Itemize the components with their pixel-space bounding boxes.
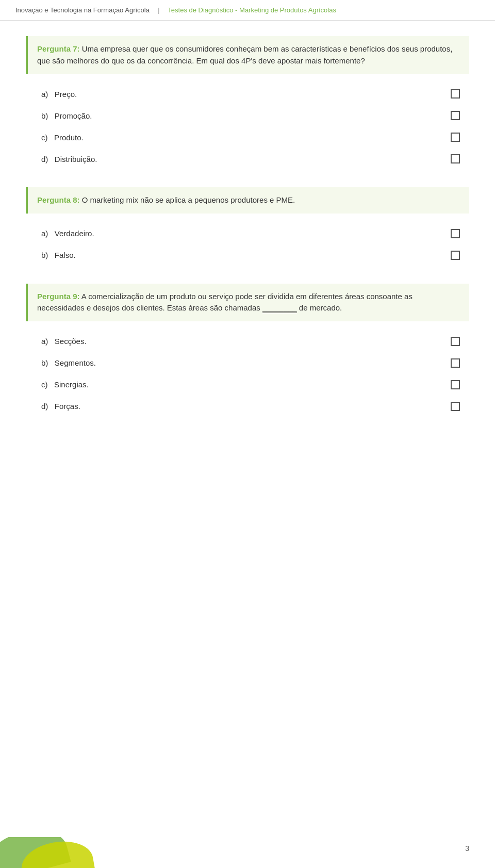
q7-option-a-label: a) Preço. — [41, 90, 451, 99]
question-9-blank: ________ — [262, 303, 297, 313]
q8-checkbox-b[interactable] — [451, 251, 460, 260]
q7-checkbox-a[interactable] — [451, 89, 460, 99]
q8-option-a: a) Verdadeiro. — [26, 224, 469, 243]
question-7-text: Uma empresa quer que os consumidores con… — [37, 44, 452, 65]
q7-option-c: c) Produto. — [26, 127, 469, 147]
q8-checkbox-a[interactable] — [451, 229, 460, 238]
q7-option-a: a) Preço. — [26, 84, 469, 104]
q9-option-a: a) Secções. — [26, 332, 469, 351]
q8-option-a-label: a) Verdadeiro. — [41, 229, 451, 238]
q7-option-b-label: b) Promoção. — [41, 111, 451, 120]
question-9-text-before: A comercialização de um produto ou servi… — [37, 292, 412, 313]
q9-option-b: b) Segmentos. — [26, 353, 469, 373]
question-8-header: Pergunta 8: O marketing mix não se aplic… — [26, 187, 469, 214]
question-9-label: Pergunta 9: — [37, 292, 80, 301]
q9-option-c-label: c) Sinergias. — [41, 380, 451, 389]
q7-option-d-label: d) Distribuição. — [41, 155, 451, 163]
question-9-block: Pergunta 9: A comercialização de um prod… — [26, 284, 469, 416]
question-7-label: Pergunta 7: — [37, 44, 80, 53]
q7-option-d: d) Distribuição. — [26, 149, 469, 169]
q9-option-b-label: b) Segmentos. — [41, 358, 451, 367]
question-7-block: Pergunta 7: Uma empresa quer que os cons… — [26, 36, 469, 169]
header-left-text: Inovação e Tecnologia na Formação Agríco… — [15, 6, 150, 14]
q7-option-b: b) Promoção. — [26, 106, 469, 125]
q7-checkbox-c[interactable] — [451, 133, 460, 142]
question-9-header: Pergunta 9: A comercialização de um prod… — [26, 284, 469, 321]
header-right-text: Testes de Diagnóstico - Marketing de Pro… — [168, 6, 336, 14]
q9-option-d: d) Forças. — [26, 397, 469, 416]
q9-option-a-label: a) Secções. — [41, 337, 451, 346]
footer-decoration — [0, 837, 103, 868]
question-9-text-after: de mercado. — [299, 303, 342, 312]
q9-checkbox-b[interactable] — [451, 358, 460, 368]
page-content: Pergunta 7: Uma empresa quer que os cons… — [0, 21, 495, 466]
q7-option-c-label: c) Produto. — [41, 133, 451, 142]
header-separator: | — [158, 6, 159, 14]
question-7-header: Pergunta 7: Uma empresa quer que os cons… — [26, 36, 469, 74]
q9-option-d-label: d) Forças. — [41, 402, 451, 411]
q9-option-c: c) Sinergias. — [26, 375, 469, 395]
q7-checkbox-d[interactable] — [451, 154, 460, 163]
question-8-text: O marketing mix não se aplica a pequenos… — [82, 195, 295, 204]
q9-checkbox-a[interactable] — [451, 337, 460, 346]
q9-checkbox-d[interactable] — [451, 402, 460, 411]
q7-checkbox-b[interactable] — [451, 111, 460, 120]
page-number: 3 — [465, 844, 469, 853]
q9-checkbox-c[interactable] — [451, 380, 460, 389]
q8-option-b-label: b) Falso. — [41, 251, 451, 259]
question-8-block: Pergunta 8: O marketing mix não se aplic… — [26, 187, 469, 265]
question-8-label: Pergunta 8: — [37, 195, 80, 204]
q8-option-b: b) Falso. — [26, 245, 469, 265]
page-header: Inovação e Tecnologia na Formação Agríco… — [0, 0, 495, 21]
